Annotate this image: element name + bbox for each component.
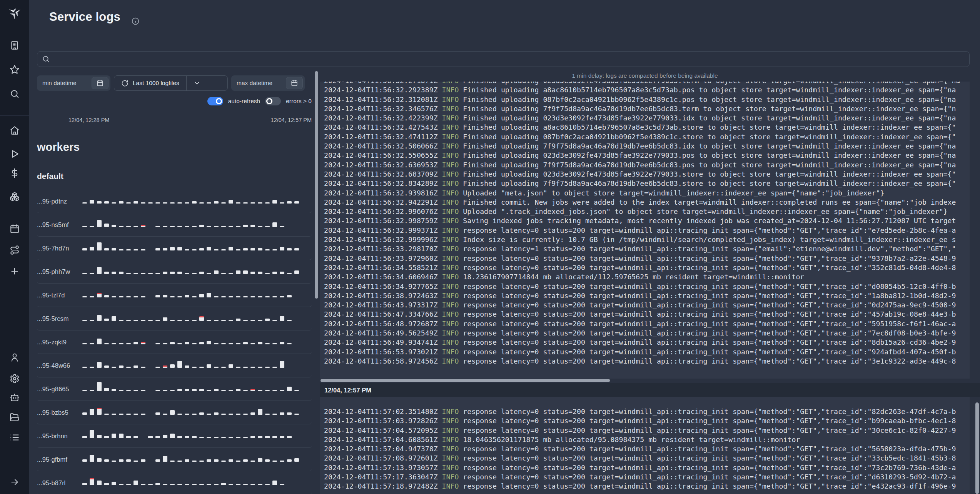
variables-dollar-icon[interactable] xyxy=(10,168,20,178)
logfiles-refresh-button[interactable]: Last 1000 logfiles xyxy=(114,76,186,90)
log-horizontal-scrollbar[interactable] xyxy=(321,379,610,382)
worker-row[interactable]: ...95-gfbmf xyxy=(37,448,312,471)
left-panel-scrollbar[interactable] xyxy=(315,71,318,299)
usage-bar xyxy=(134,273,138,274)
min-datetime-calendar-button[interactable] xyxy=(92,77,109,89)
worker-name: ...95-brhnn xyxy=(37,432,82,440)
worker-row[interactable]: ...95-7hd7n xyxy=(37,237,312,260)
usage-bar xyxy=(82,343,87,344)
worker-row[interactable]: ...95-brhnn xyxy=(37,424,312,448)
favorites-star-icon[interactable] xyxy=(10,65,20,75)
windmill-logo-icon[interactable] xyxy=(8,6,21,19)
log-line: 2024-12-04T11:56:34.606946Z INFO 18.2361… xyxy=(320,272,970,282)
usage-bar xyxy=(229,296,233,297)
worker-row[interactable]: ...95-zqkt9 xyxy=(37,330,312,354)
usage-bar xyxy=(112,202,116,204)
usage-bar xyxy=(97,339,102,344)
min-datetime-field[interactable]: min datetime xyxy=(37,75,110,91)
search-input[interactable] xyxy=(54,56,965,63)
worker-name: ...95-5rcsm xyxy=(37,315,82,322)
collapse-arrow-right-icon[interactable] xyxy=(10,477,20,487)
usage-bar xyxy=(250,320,255,321)
usage-bar xyxy=(104,248,109,250)
usage-bar xyxy=(265,414,270,415)
usage-bar xyxy=(280,390,284,391)
worker-row[interactable]: ...95-ns5mf xyxy=(37,213,312,237)
usage-bar xyxy=(141,459,145,462)
usage-bar xyxy=(236,296,240,297)
usage-bar xyxy=(134,226,138,227)
usage-bar xyxy=(250,343,255,344)
worker-row[interactable]: ...95-bzbs5 xyxy=(37,401,312,424)
users-icon[interactable] xyxy=(10,352,20,362)
service-logs-list-icon[interactable] xyxy=(10,432,20,442)
worker-row[interactable]: ...95-tzl7d xyxy=(37,284,312,307)
max-datetime-field[interactable]: max datetime xyxy=(231,75,305,91)
add-plus-icon[interactable] xyxy=(10,266,20,276)
resources-boxes-icon[interactable] xyxy=(10,192,20,202)
usage-bar xyxy=(199,248,204,250)
logfiles-dropdown-button[interactable] xyxy=(186,76,207,90)
usage-bar xyxy=(250,412,255,415)
search-nav-icon[interactable] xyxy=(10,89,20,99)
usage-bar xyxy=(236,484,240,485)
usage-bar xyxy=(258,484,262,485)
worker-row[interactable]: ...95-g8665 xyxy=(37,377,312,401)
usage-bar xyxy=(141,367,145,368)
usage-bar xyxy=(243,484,248,485)
worker-name: ...95-48w66 xyxy=(37,362,82,369)
usage-bar xyxy=(287,436,292,438)
auto-refresh-toggle[interactable] xyxy=(207,97,223,105)
worker-log-histogram xyxy=(82,195,312,207)
usage-bar xyxy=(155,459,160,462)
usage-bar xyxy=(250,436,255,438)
usage-bar xyxy=(287,248,292,250)
usage-bar xyxy=(119,459,124,462)
search-icon xyxy=(42,55,50,63)
workers-robot-icon[interactable] xyxy=(10,392,20,402)
usage-bar xyxy=(134,342,138,344)
usage-bar xyxy=(104,459,109,462)
usage-bar xyxy=(163,365,167,368)
usage-bar xyxy=(294,390,299,391)
usage-bar xyxy=(192,414,197,415)
worker-row[interactable]: ...95-b87rl xyxy=(37,471,312,494)
usage-bar xyxy=(272,222,277,227)
usage-bar xyxy=(104,319,109,321)
log-line: 2024-12-04T11:56:32.942291Z INFO Finishe… xyxy=(320,198,970,207)
log-line: 2024-12-04T11:57:03.972826Z INFO respons… xyxy=(320,416,970,426)
usage-bar xyxy=(148,320,153,321)
folders-icon[interactable] xyxy=(10,412,20,422)
max-datetime-calendar-button[interactable] xyxy=(286,77,303,89)
log-pane-current[interactable]: 2024-12-04T11:57:02.351480Z INFO respons… xyxy=(320,397,970,494)
settings-gear-icon[interactable] xyxy=(10,374,20,384)
worker-row[interactable]: ...95-5rcsm xyxy=(37,307,312,330)
runs-play-icon[interactable] xyxy=(10,149,20,159)
log-line: 2024-12-04T11:56:33.972960Z INFO respons… xyxy=(320,254,970,263)
errors-filter-toggle[interactable] xyxy=(265,97,281,105)
usage-bar xyxy=(155,367,160,368)
usage-bar xyxy=(221,226,226,227)
usage-bar xyxy=(280,226,284,227)
usage-bar xyxy=(280,484,284,485)
schedules-calendar-icon[interactable] xyxy=(10,224,20,234)
usage-bar xyxy=(265,226,270,227)
usage-bar xyxy=(90,343,94,344)
usage-bar xyxy=(214,367,219,368)
worker-list: ...95-pdtnz...95-ns5mf...95-7hd7n...95-p… xyxy=(37,190,312,494)
worker-name: ...95-tzl7d xyxy=(37,292,82,299)
log-pane-previous[interactable]: 2024-12-04T11:56:32.271871Z INFO Finishe… xyxy=(320,82,970,379)
usage-bar xyxy=(280,316,284,321)
usage-bar xyxy=(258,342,262,344)
worker-row[interactable]: ...95-48w66 xyxy=(37,354,312,377)
worker-row[interactable]: ...95-phh7w xyxy=(37,260,312,284)
usage-bar xyxy=(272,272,277,274)
usage-bar xyxy=(97,267,102,274)
worker-row[interactable]: ...95-pdtnz xyxy=(37,190,312,213)
log-vertical-scrollbar[interactable] xyxy=(975,402,979,494)
workspace-building-icon[interactable] xyxy=(10,40,20,50)
home-icon[interactable] xyxy=(10,125,20,135)
routes-icon[interactable] xyxy=(10,245,20,255)
log-line: 2024-12-04T11:56:32.999996Z INFO Index s… xyxy=(320,235,970,244)
info-icon[interactable] xyxy=(131,17,140,25)
